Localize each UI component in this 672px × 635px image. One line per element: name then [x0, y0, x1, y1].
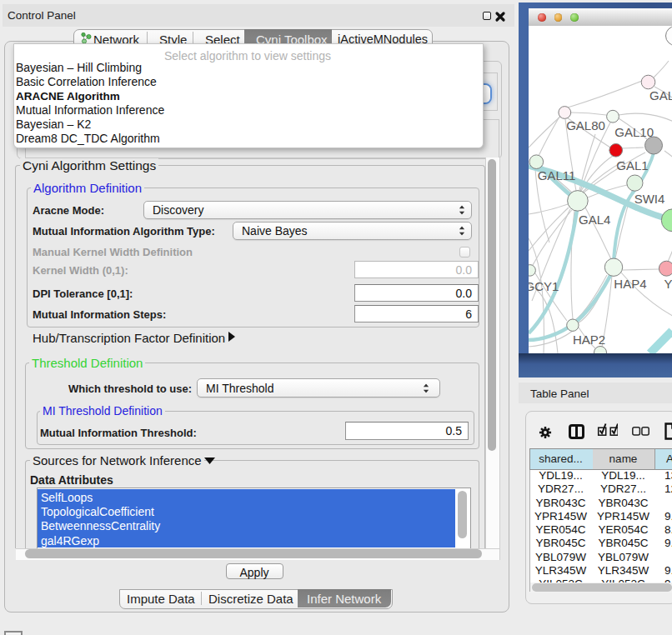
svg-text:GAL4: GAL4 — [579, 212, 610, 227]
svg-text:GAL2: GAL2 — [649, 88, 672, 102]
svg-text:HAP2: HAP2 — [573, 332, 605, 347]
svg-text:GAL11: GAL11 — [538, 168, 576, 182]
svg-text:GCY1: GCY1 — [529, 279, 559, 293]
svg-text:GAL1: GAL1 — [616, 158, 648, 172]
svg-text:GAL80: GAL80 — [566, 118, 605, 132]
svg-text:GAL10: GAL10 — [614, 125, 654, 139]
svg-text:Y: Y — [664, 277, 672, 291]
svg-text:HAP4: HAP4 — [614, 277, 646, 291]
svg-text:SWI4: SWI4 — [634, 192, 665, 206]
